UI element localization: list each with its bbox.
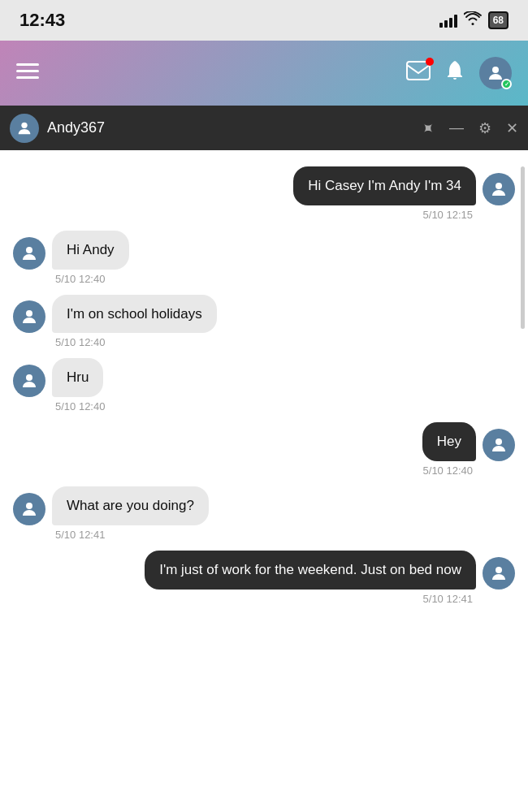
mail-icon-wrap[interactable] — [406, 61, 431, 86]
message-timestamp: 5/10 12:41 — [13, 593, 515, 605]
chat-header: Andy367 ✦ — ⚙ ✕ — [0, 106, 528, 150]
svg-point-4 — [492, 67, 499, 73]
sent-avatar — [483, 557, 515, 590]
message-row: Hru — [13, 358, 515, 397]
message-bubble: Hey — [422, 422, 476, 461]
svg-rect-2 — [16, 76, 39, 79]
sent-avatar — [483, 173, 515, 205]
svg-point-9 — [26, 374, 32, 381]
received-avatar — [13, 237, 45, 270]
message-row: Hey — [13, 422, 515, 461]
bell-icon[interactable] — [445, 60, 465, 86]
svg-point-12 — [496, 567, 502, 573]
message-row: I'm on school holidays — [13, 295, 515, 334]
message-bubble: I'm just of work for the weekend. Just o… — [145, 551, 476, 590]
svg-point-6 — [496, 183, 502, 189]
svg-rect-1 — [16, 70, 39, 72]
close-icon[interactable]: ✕ — [506, 119, 518, 137]
svg-point-11 — [26, 503, 32, 509]
chat-user-avatar — [10, 114, 39, 143]
online-badge — [501, 79, 512, 89]
message-timestamp: 5/10 12:40 — [13, 464, 515, 477]
message-bubble: Hi Andy — [52, 231, 129, 270]
messages-area: Hi Casey I'm Andy I'm 34 5/10 12:15 Hi A… — [0, 150, 528, 812]
status-bar: 12:43 68 — [0, 0, 528, 41]
signal-icon — [439, 13, 457, 28]
message-bubble: I'm on school holidays — [52, 295, 217, 334]
wifi-icon — [464, 11, 482, 30]
svg-point-5 — [21, 122, 27, 127]
message-timestamp: 5/10 12:40 — [13, 400, 515, 412]
status-icons: 68 — [439, 11, 509, 30]
received-avatar — [13, 300, 45, 333]
message-timestamp: 5/10 12:40 — [13, 273, 515, 285]
message-row: I'm just of work for the weekend. Just o… — [13, 551, 515, 590]
battery-icon: 68 — [488, 11, 509, 29]
chat-header-actions: ✦ — ⚙ ✕ — [421, 119, 518, 138]
message-timestamp: 5/10 12:41 — [13, 529, 515, 541]
svg-point-8 — [26, 310, 32, 317]
message-bubble: Hi Casey I'm Andy I'm 34 — [293, 166, 476, 205]
svg-point-7 — [26, 247, 32, 253]
svg-point-10 — [496, 438, 502, 445]
received-avatar — [13, 365, 45, 397]
svg-rect-0 — [16, 63, 39, 66]
received-avatar — [13, 493, 45, 525]
message-timestamp: 5/10 12:15 — [13, 209, 515, 221]
mail-badge — [426, 58, 434, 66]
message-timestamp: 5/10 12:40 — [13, 336, 515, 348]
message-row: Hi Andy — [13, 231, 515, 270]
pin-icon[interactable]: ✦ — [416, 116, 439, 140]
scrollbar[interactable] — [521, 166, 525, 329]
status-time: 12:43 — [19, 10, 65, 31]
message-bubble: What are you doing? — [52, 486, 209, 525]
message-bubble: Hru — [52, 358, 103, 397]
header-right-icons — [406, 57, 512, 89]
settings-icon[interactable]: ⚙ — [478, 119, 491, 137]
user-avatar-header[interactable] — [479, 57, 512, 89]
sent-avatar — [483, 429, 515, 461]
minimize-icon[interactable]: — — [449, 119, 464, 136]
message-row: Hi Casey I'm Andy I'm 34 — [13, 166, 515, 205]
chat-username: Andy367 — [47, 119, 413, 136]
app-header — [0, 41, 528, 106]
hamburger-icon[interactable] — [16, 62, 39, 84]
message-row: What are you doing? — [13, 486, 515, 525]
